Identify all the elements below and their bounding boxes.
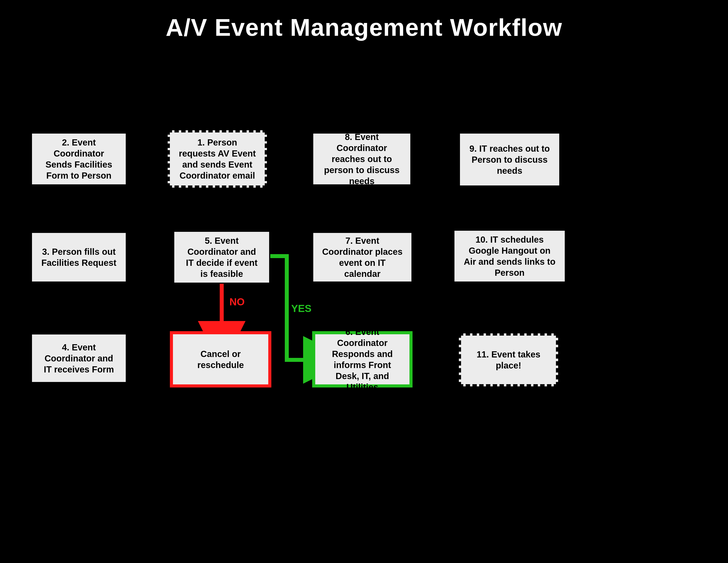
node-1: 1. Person requests AV Event and sends Ev…: [168, 130, 267, 188]
node-11: 11. Event takes place!: [459, 334, 558, 386]
node-5: 5. Event Coordinator and IT decide if ev…: [173, 231, 270, 284]
node-8: 8. Event Coordinator reaches out to pers…: [312, 132, 411, 185]
diagram-stage: A/V Event Management Workflow: [0, 0, 728, 563]
node-4: 4. Event Coordinator and IT receives For…: [31, 334, 127, 383]
label-no: NO: [229, 296, 245, 308]
node-9: 9. IT reaches out to Person to discuss n…: [459, 132, 560, 186]
node-2: 2. Event Coordinator Sends Facilities Fo…: [31, 132, 127, 185]
node-7: 7. Event Coordinator places event on IT …: [312, 232, 413, 283]
node-3: 3. Person fills out Facilities Request: [31, 232, 127, 283]
node-10: 10. IT schedules Google Hangout on Air a…: [453, 229, 566, 283]
label-yes: YES: [291, 303, 311, 315]
node-6: 6. Event Coordinator Responds and inform…: [312, 331, 413, 388]
node-cancel: Cancel or reschedule: [170, 331, 271, 388]
